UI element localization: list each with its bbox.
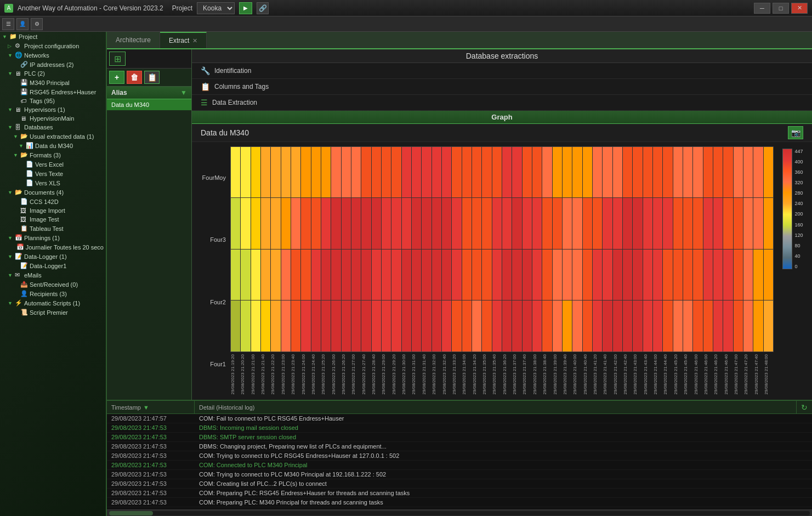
heatmap-grid [230, 146, 774, 352]
maximize-button[interactable]: □ [773, 3, 789, 14]
heatmap-cell [683, 250, 692, 300]
heatmap-cell [351, 198, 361, 248]
sidebar-item[interactable]: ▼ 📂 Formats (3) [0, 150, 106, 160]
heatmap-cell [482, 147, 491, 197]
log-entry[interactable]: 29/08/2023 21:47:53 COM: Creating list o… [107, 479, 812, 489]
sidebar-item[interactable]: 🖼 Image Import [0, 206, 106, 215]
section-data-extraction[interactable]: ☰ Data Extraction [192, 95, 812, 111]
sidebar-item[interactable]: 📅 Journalier Toutes les 20 seco [0, 242, 106, 252]
heatmap-cell [472, 198, 481, 248]
expand-arrow-icon: ▼ [2, 34, 8, 39]
log-refresh-button[interactable]: ↻ [797, 402, 812, 413]
log-timestamp: 29/08/2023 21:47:53 [107, 462, 195, 468]
sidebar-item[interactable]: ▼ ✉ eMails [0, 270, 106, 280]
sidebar-item[interactable]: 💾 RSG45 Endress+Hauser [0, 87, 106, 97]
heatmap-x-label: 29/08/2023 21:45:20 [673, 353, 683, 395]
project-dropdown[interactable]: Kooka [197, 2, 235, 14]
connect-button[interactable]: 🔗 [257, 2, 269, 14]
heatmap-cell [462, 198, 472, 248]
sidebar-item[interactable]: 📜 Script Premier [0, 308, 106, 317]
alias-delete-button[interactable]: 🗑 [127, 71, 142, 84]
sidebar-item[interactable]: ▼ 📝 Data-Logger (1) [0, 252, 106, 261]
sidebar-item[interactable]: ▼ 🖥 Hypervisors (1) [0, 105, 106, 114]
log-detail: COM: Creating list of PLC...2 PLC(s) to … [195, 480, 812, 487]
heatmap-cell [482, 198, 491, 248]
section-identification[interactable]: 🔧 Identification [192, 63, 812, 79]
sidebar-item[interactable]: ▼ ⚡ Automatic Scripts (1) [0, 298, 106, 308]
bottom-scrollbar[interactable] [107, 509, 812, 516]
sidebar-item[interactable]: 📄 Vers XLS [0, 178, 106, 188]
log-entry[interactable]: 29/08/2023 21:47:53 DBMS: Changing proje… [107, 442, 812, 451]
sidebar-item[interactable]: 📝 Data-Logger1 [0, 261, 106, 270]
play-button[interactable]: ▶ [239, 2, 252, 14]
heatmap-cell [502, 250, 512, 300]
heatmap-x-label: 29/08/2023 21:21:40 [260, 353, 270, 395]
tab-architecture[interactable]: Architecture [107, 32, 160, 48]
app-title: Another Way of Automation - Core Version… [18, 4, 163, 12]
sidebar-item[interactable]: 📤 Sent/Received (0) [0, 280, 106, 289]
sidebar-item[interactable]: 🖼 Image Test [0, 215, 106, 224]
log-panel: Timestamp ▼ Detail (Historical log) ↻ 29… [107, 400, 812, 509]
log-timestamp: 29/08/2023 21:47:53 [107, 490, 195, 496]
tab-extract-close[interactable]: ✕ [192, 37, 197, 44]
screenshot-button[interactable]: 📷 [788, 126, 803, 139]
sidebar-item[interactable]: 👤 Recipients (3) [0, 289, 106, 298]
scrollbar-thumb[interactable] [109, 511, 153, 515]
expand-arrow-icon: ▼ [8, 53, 13, 58]
heatmap-cell [663, 147, 672, 197]
heatmap-x-label: 29/08/2023 21:43:00 [633, 353, 643, 395]
minimize-button[interactable]: ─ [754, 3, 770, 14]
user-button[interactable]: 👤 [16, 18, 29, 30]
sidebar-item[interactable]: 📄 Vers Texte [0, 169, 106, 178]
sidebar-item[interactable]: ▼ 📂 Documents (4) [0, 188, 106, 197]
sidebar-item[interactable]: 🏷 Tags (95) [0, 97, 106, 105]
heatmap-cell [723, 198, 732, 248]
sidebar-item[interactable]: 🔗 IP addresses (2) [0, 60, 106, 69]
close-button[interactable]: ✕ [791, 3, 808, 14]
log-entry[interactable]: 29/08/2023 21:47:53 DBMS: Incoming mail … [107, 423, 812, 433]
sidebar-item[interactable]: 📄 CCS 142D [0, 197, 106, 206]
sidebar-item[interactable]: ▷ ⚙ Project configuration [0, 41, 106, 50]
sidebar-item-label: RSG45 Endress+Hauser [30, 89, 96, 95]
heatmap-x-label: 29/08/2023 21:28:40 [371, 353, 381, 395]
sidebar-item[interactable]: 📋 Tableau Test [0, 224, 106, 233]
log-entry[interactable]: 29/08/2023 21:47:53 COM: Preparing PLC: … [107, 489, 812, 498]
heatmap-cell [301, 198, 310, 248]
sidebar-item-icon: 📋 [20, 225, 28, 232]
heatmap-cell [442, 300, 451, 351]
heatmap-cell [633, 250, 642, 300]
sidebar-item[interactable]: 🖥 HypervisionMain [0, 114, 106, 123]
log-entry[interactable]: 29/08/2023 21:47:57 COM: Fail to connect… [107, 414, 812, 423]
sidebar-item[interactable]: ▼ 🌐 Networks [0, 50, 106, 60]
sidebar-item[interactable]: ▼ 📊 Data du M340 [0, 141, 106, 150]
section-columns-tags[interactable]: 📋 Columns and Tags [192, 79, 812, 95]
alias-copy-button[interactable]: 📋 [144, 71, 160, 84]
identification-icon: 🔧 [201, 66, 210, 75]
log-entry[interactable]: 29/08/2023 21:47:53 COM: Preparing PLC: … [107, 498, 812, 507]
heatmap-cell [613, 198, 622, 248]
sidebar-item[interactable]: ▼ 🗄 Databases [0, 123, 106, 132]
heatmap-cell [361, 147, 371, 197]
sidebar-item-label: HypervisionMain [30, 115, 74, 122]
grid-view-button[interactable]: ⊞ [109, 52, 126, 66]
sidebar-item[interactable]: ▼ 📁 Project [0, 32, 106, 41]
main-layout: ▼ 📁 Project ▷ ⚙ Project configuration ▼ … [0, 32, 812, 516]
log-entry[interactable]: 29/08/2023 21:47:53 COM: Trying to conne… [107, 451, 812, 461]
log-entry[interactable]: 29/08/2023 21:47:53 COM: Connected to PL… [107, 461, 812, 470]
settings-button[interactable]: ⚙ [31, 18, 43, 30]
sidebar-item[interactable]: ▼ 🖥 PLC (2) [0, 69, 106, 78]
sidebar-item[interactable]: 📄 Vers Excel [0, 160, 106, 169]
alias-add-button[interactable]: + [109, 71, 124, 84]
menu-button[interactable]: ☰ [2, 18, 14, 30]
sidebar-item-label: Formats (3) [30, 152, 61, 158]
heatmap-cell [462, 250, 472, 300]
sidebar-item[interactable]: ▼ 📅 Plannings (1) [0, 233, 106, 242]
heatmap-cell [593, 300, 602, 351]
log-entry[interactable]: 29/08/2023 21:47:53 DBMS: SMTP server se… [107, 433, 812, 442]
sidebar-item[interactable]: 💾 M340 Principal [0, 78, 106, 87]
log-entry[interactable]: 29/08/2023 21:47:53 COM: Trying to conne… [107, 470, 812, 479]
alias-sort-icon[interactable]: ▼ [180, 89, 187, 97]
sidebar-item[interactable]: ▼ 📂 Usual extracted data (1) [0, 132, 106, 141]
alias-item[interactable]: Data du M340 [107, 99, 191, 110]
tab-extract[interactable]: Extract ✕ [160, 32, 207, 48]
